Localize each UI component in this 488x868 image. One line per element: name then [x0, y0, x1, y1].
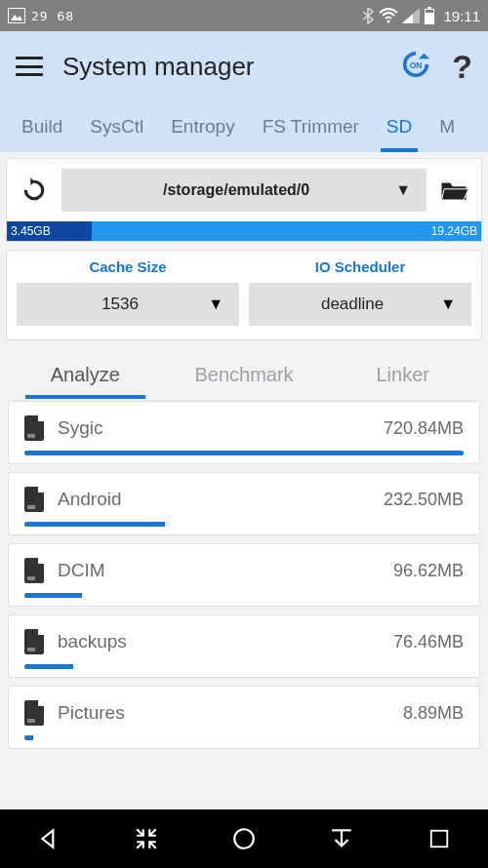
back-button[interactable] [20, 809, 78, 868]
storage-used-label: 3.45GB [7, 221, 92, 241]
svg-text:ON: ON [410, 60, 423, 70]
sd-card-icon [24, 700, 44, 726]
open-folder-button[interactable] [436, 173, 471, 208]
main-tabs: Build SysCtl Entropy FS Trimmer SD M [0, 101, 488, 152]
subtab-analyze[interactable]: Analyze [6, 348, 165, 401]
file-name: Android [58, 489, 370, 510]
svg-rect-7 [426, 10, 433, 13]
chevron-down-icon: ▼ [208, 296, 224, 313]
storage-total-label: 19.24GB [92, 221, 481, 241]
tab-entropy[interactable]: Entropy [157, 101, 248, 152]
cache-size-select[interactable]: 1536 ▼ [17, 283, 239, 326]
list-item[interactable]: DCIM 96.62MB [8, 543, 480, 607]
tab-fstrimmer[interactable]: FS Trimmer [249, 101, 373, 152]
svg-rect-14 [431, 831, 448, 848]
notif-count: 29 68 [31, 9, 74, 23]
svg-marker-10 [30, 178, 35, 186]
svg-point-2 [387, 20, 390, 23]
cache-size-value: 1536 [32, 295, 208, 314]
tab-build[interactable]: Build [8, 101, 76, 152]
refresh-button[interactable] [17, 173, 52, 208]
io-scheduler-value: deadline [264, 295, 440, 314]
recent-button[interactable] [410, 809, 468, 868]
signal-icon [402, 8, 420, 23]
svg-rect-6 [427, 7, 431, 9]
help-button[interactable]: ? [452, 48, 472, 86]
bluetooth-icon [361, 7, 375, 24]
file-size: 720.84MB [384, 418, 464, 439]
clock: 19:11 [443, 8, 480, 24]
wifi-icon [379, 8, 398, 23]
file-size: 96.62MB [393, 561, 464, 581]
svg-point-11 [234, 829, 254, 848]
subtab-benchmark[interactable]: Benchmark [165, 348, 324, 401]
file-name: Pictures [58, 702, 389, 724]
battery-icon [424, 7, 435, 24]
sd-card-icon [24, 415, 44, 441]
io-scheduler-select[interactable]: deadline ▼ [249, 283, 471, 326]
android-navbar [0, 809, 488, 868]
tab-more[interactable]: M [426, 101, 468, 152]
file-name: backups [58, 631, 380, 652]
storage-path-select[interactable]: /storage/emulated/0 ▼ [61, 169, 427, 212]
svg-marker-4 [402, 14, 413, 23]
list-item[interactable]: Pictures 8.89MB [8, 686, 480, 749]
chevron-down-icon: ▼ [440, 296, 456, 313]
list-item[interactable]: backups 76.46MB [8, 614, 480, 678]
svg-rect-0 [8, 8, 25, 23]
download-button[interactable] [312, 809, 371, 868]
sd-card-icon [24, 487, 44, 512]
io-scheduler-label: IO Scheduler [249, 258, 471, 275]
collapse-button[interactable] [117, 809, 176, 868]
path-text: /storage/emulated/0 [77, 181, 395, 199]
file-name: DCIM [58, 560, 380, 581]
app-header: System manager ON ? [0, 31, 488, 101]
tab-sysctl[interactable]: SysCtl [76, 101, 157, 152]
file-size: 232.50MB [384, 490, 464, 510]
file-size: 8.89MB [403, 703, 464, 724]
cache-size-label: Cache Size [17, 258, 239, 275]
file-name: Sygic [58, 417, 370, 439]
menu-button[interactable] [16, 57, 43, 76]
subtab-linker[interactable]: Linker [323, 348, 482, 401]
sd-card-icon [24, 558, 44, 583]
svg-marker-1 [11, 15, 22, 20]
file-list: Sygic 720.84MB Android 232.50MB DCIM 96.… [6, 401, 482, 749]
sync-button[interactable]: ON [399, 48, 432, 85]
storage-bar: 3.45GB 19.24GB [7, 221, 481, 241]
sub-tabs: Analyze Benchmark Linker [6, 348, 482, 401]
settings-card: Cache Size 1536 ▼ IO Scheduler deadline … [6, 250, 482, 340]
svg-marker-8 [419, 54, 429, 59]
sd-card-icon [24, 629, 44, 654]
list-item[interactable]: Sygic 720.84MB [8, 401, 480, 464]
file-size: 76.46MB [393, 632, 464, 652]
status-bar: 29 68 19:11 [0, 0, 488, 31]
chevron-down-icon: ▼ [395, 181, 411, 199]
tab-sd[interactable]: SD [373, 101, 426, 152]
content-area: /storage/emulated/0 ▼ 3.45GB 19.24GB Cac… [0, 152, 488, 809]
storage-path-card: /storage/emulated/0 ▼ 3.45GB 19.24GB [6, 158, 482, 242]
picture-icon [8, 8, 25, 23]
page-title: System manager [62, 52, 255, 82]
list-item[interactable]: Android 232.50MB [8, 472, 480, 535]
home-button[interactable] [215, 809, 273, 868]
